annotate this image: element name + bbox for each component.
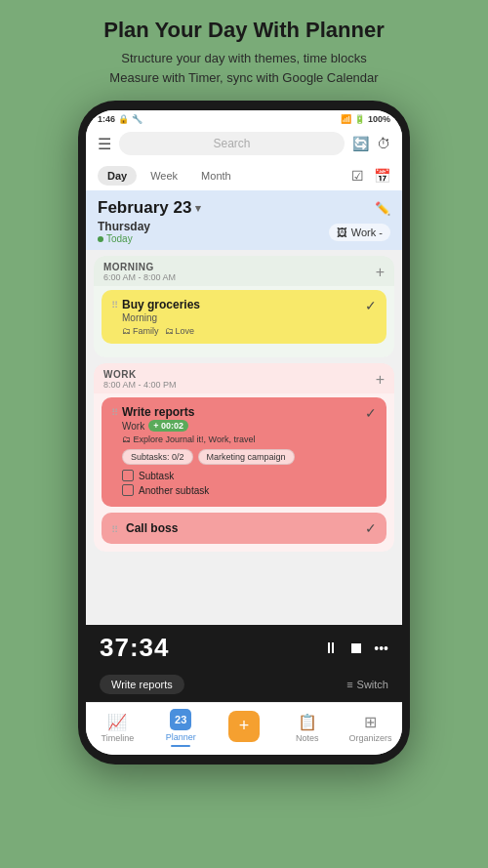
phone-screen: 1:46 🔒 🔧 📶 🔋 100% ☰ Search 🔄 ⏱ bbox=[86, 110, 402, 755]
morning-section-header: MORNING 6:00 AM - 8:00 AM + bbox=[94, 256, 394, 286]
task-subtitle: Morning bbox=[122, 312, 365, 323]
work-task-tags: 🗂 Explore Journal it!, Work, travel bbox=[122, 434, 365, 444]
call-boss-card[interactable]: ⠿ Call boss ✓ bbox=[102, 513, 386, 544]
organizers-label: Organizers bbox=[349, 733, 392, 743]
date-edit-icon[interactable]: ✏️ bbox=[375, 201, 390, 216]
timer-task-button[interactable]: Write reports bbox=[100, 675, 184, 694]
day-info: Thursday Today bbox=[98, 220, 150, 244]
morning-time: 6:00 AM - 8:00 AM bbox=[103, 272, 176, 282]
subtasks-chip[interactable]: Subtasks: 0/2 bbox=[122, 449, 193, 465]
status-icons: 📶 🔋 100% bbox=[341, 114, 390, 124]
morning-add-button[interactable]: + bbox=[376, 264, 385, 281]
checklist-icon[interactable]: ☑ bbox=[351, 168, 364, 184]
notes-icon: 📋 bbox=[298, 713, 317, 731]
search-box[interactable]: Search bbox=[119, 132, 345, 155]
task-content: Buy groceries Morning 🗂 Family 🗂 Love bbox=[122, 298, 365, 336]
planner-active-indicator bbox=[171, 745, 190, 747]
organizers-icon: ⊞ bbox=[364, 713, 377, 731]
view-tabs: Day Week Month bbox=[98, 166, 241, 186]
planner-date-badge: 23 bbox=[170, 709, 191, 730]
work-section-body: ⠿ Write reports Work + 00:02 🗂 Explore J… bbox=[94, 393, 394, 552]
subtask-checkbox-1[interactable] bbox=[122, 470, 134, 481]
work-time: 8:00 AM - 4:00 PM bbox=[103, 380, 177, 390]
work-theme-icon: 🖼 bbox=[337, 227, 347, 238]
work-label: WORK bbox=[103, 369, 177, 380]
marketing-chip[interactable]: Marketing campaign bbox=[198, 449, 295, 465]
timer-icon[interactable]: ⏱ bbox=[377, 136, 390, 151]
switch-button[interactable]: ≡ Switch bbox=[346, 679, 388, 690]
timer-label-bar: Write reports ≡ Switch bbox=[86, 671, 402, 702]
task-title: Buy groceries bbox=[122, 298, 365, 311]
write-reports-check-icon[interactable]: ✓ bbox=[365, 405, 377, 421]
write-reports-title: Write reports bbox=[122, 405, 365, 419]
tab-day[interactable]: Day bbox=[98, 166, 137, 186]
timer-controls: ⏸ ⏹ ••• bbox=[323, 640, 388, 657]
app-header: Plan Your Day With Planner Structure you… bbox=[80, 0, 408, 97]
drag-handle-icon: ⠿ bbox=[111, 524, 118, 535]
subtask-1[interactable]: Subtask bbox=[122, 470, 365, 481]
task-check-icon[interactable]: ✓ bbox=[365, 298, 377, 313]
menu-icon[interactable]: ☰ bbox=[98, 135, 111, 153]
work-section-header: WORK 8:00 AM - 4:00 PM + bbox=[94, 363, 394, 393]
drag-handle-icon: ⠿ bbox=[111, 300, 118, 310]
buy-groceries-card[interactable]: ⠿ Buy groceries Morning 🗂 Family 🗂 Love … bbox=[102, 290, 386, 344]
task-tags: 🗂 Family 🗂 Love bbox=[122, 326, 365, 336]
timer-bar: 37:34 ⏸ ⏹ ••• bbox=[86, 625, 402, 671]
bottom-nav: 📈 Timeline 23 Planner + 📋 Notes ⊞ Organi… bbox=[86, 702, 402, 755]
tab-actions: ☑ 📅 bbox=[351, 168, 390, 184]
date-row: February 23 ▾ ✏️ bbox=[98, 198, 390, 218]
call-boss-title: Call boss bbox=[126, 521, 178, 535]
top-bar: ☰ Search 🔄 ⏱ bbox=[86, 126, 402, 161]
nav-create[interactable]: + bbox=[213, 711, 276, 746]
morning-section: MORNING 6:00 AM - 8:00 AM + ⠿ Buy grocer… bbox=[94, 256, 394, 357]
top-action-icons: 🔄 ⏱ bbox=[352, 136, 390, 151]
status-bar: 1:46 🔒 🔧 📶 🔋 100% bbox=[86, 110, 402, 126]
create-icon[interactable]: + bbox=[228, 711, 260, 742]
today-label: Today bbox=[98, 233, 150, 244]
write-reports-sub: Work + 00:02 bbox=[122, 420, 365, 432]
task-chips: Subtasks: 0/2 Marketing campaign bbox=[122, 449, 365, 465]
tab-month[interactable]: Month bbox=[191, 166, 241, 186]
subtask-2[interactable]: Another subtask bbox=[122, 484, 365, 496]
refresh-icon[interactable]: 🔄 bbox=[352, 136, 369, 151]
morning-label: MORNING bbox=[103, 262, 176, 272]
timer-display: 37:34 bbox=[100, 633, 170, 663]
day-row: Thursday Today 🖼 Work - bbox=[98, 220, 390, 244]
nav-organizers[interactable]: ⊞ Organizers bbox=[339, 713, 402, 743]
timeline-icon: 📈 bbox=[107, 713, 127, 731]
day-name: Thursday bbox=[98, 220, 150, 233]
calendar-icon[interactable]: 📅 bbox=[374, 168, 390, 184]
time-extra-badge: + 00:02 bbox=[148, 420, 188, 432]
write-reports-card[interactable]: ⠿ Write reports Work + 00:02 🗂 Explore J… bbox=[102, 397, 386, 507]
subtask-checkbox-2[interactable] bbox=[122, 484, 134, 496]
drag-handle-icon: ⠿ bbox=[111, 407, 118, 418]
work-add-button[interactable]: + bbox=[376, 371, 385, 389]
timer-stop-icon[interactable]: ⏹ bbox=[348, 640, 364, 657]
date-title: February 23 ▾ bbox=[98, 198, 201, 218]
today-dot bbox=[98, 236, 103, 242]
notes-label: Notes bbox=[296, 733, 319, 743]
morning-section-body: ⠿ Buy groceries Morning 🗂 Family 🗂 Love … bbox=[94, 286, 394, 357]
work-section: WORK 8:00 AM - 4:00 PM + ⠿ Write reports bbox=[94, 363, 394, 552]
status-time: 1:46 🔒 🔧 bbox=[98, 114, 142, 124]
subtask-list: Subtask Another subtask bbox=[122, 470, 365, 496]
write-reports-content: Write reports Work + 00:02 🗂 Explore Jou… bbox=[122, 405, 365, 499]
call-boss-check-icon[interactable]: ✓ bbox=[365, 520, 377, 536]
tab-bar: Day Week Month ☑ 📅 bbox=[86, 161, 402, 190]
planner-label: Planner bbox=[166, 732, 196, 742]
app-title: Plan Your Day With Planner bbox=[103, 18, 385, 43]
phone-frame: 1:46 🔒 🔧 📶 🔋 100% ☰ Search 🔄 ⏱ bbox=[78, 101, 410, 765]
tab-week[interactable]: Week bbox=[141, 166, 187, 186]
nav-planner[interactable]: 23 Planner bbox=[149, 709, 213, 747]
scroll-content: MORNING 6:00 AM - 8:00 AM + ⠿ Buy grocer… bbox=[86, 250, 402, 625]
nav-timeline[interactable]: 📈 Timeline bbox=[86, 713, 149, 743]
search-placeholder: Search bbox=[213, 137, 250, 150]
date-header: February 23 ▾ ✏️ Thursday Today 🖼 Work - bbox=[86, 190, 402, 250]
timer-pause-icon[interactable]: ⏸ bbox=[323, 640, 339, 657]
app-subtitle: Structure your day with themes, time blo… bbox=[103, 49, 385, 87]
timeline-label: Timeline bbox=[102, 733, 135, 743]
nav-notes[interactable]: 📋 Notes bbox=[275, 713, 339, 743]
timer-more-icon[interactable]: ••• bbox=[374, 641, 388, 656]
work-theme-badge[interactable]: 🖼 Work - bbox=[329, 224, 390, 241]
